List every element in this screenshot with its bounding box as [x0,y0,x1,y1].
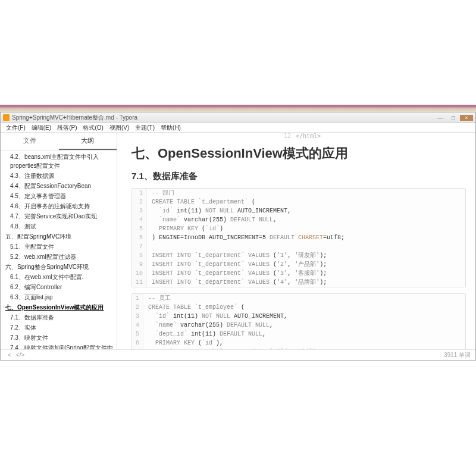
minimize-button[interactable]: — [434,114,447,121]
code-line[interactable]: `id` int(11) NOT NULL AUTO_INCREMENT, [143,312,475,321]
code-block-2[interactable]: 1-- 员工2CREATE TABLE `t_employee` (3 `id`… [131,293,466,349]
word-count[interactable]: 3911 单词 [444,351,471,359]
line-number: 4 [132,215,147,224]
code-line[interactable]: PRIMARY KEY (`id`) [147,224,465,233]
outline-item[interactable]: 7.2、实体 [1,322,117,333]
tab-outline[interactable]: 大纲 [59,133,117,150]
code-line[interactable]: -- 部门 [147,189,465,198]
statusbar: < </> 3911 单词 [1,349,475,360]
outline-item[interactable]: 4.3、注册数据源 [1,171,117,181]
maximize-button[interactable]: □ [447,114,460,121]
line-number: 7 [132,347,143,349]
line-number: 7 [132,242,147,251]
line-number: 6 [132,339,143,347]
outline-item[interactable]: 7.4、映射文件添加到Spring配置文件中 [1,343,117,349]
code-line[interactable]: PRIMARY KEY (`id`), [143,339,475,347]
menu-item[interactable]: 段落(P) [54,124,80,132]
line-number: 5 [132,330,143,339]
line-number: 8 [132,251,147,260]
outline-item[interactable]: 4.4、配置SessionFactoryBean [1,181,117,191]
code-block-1[interactable]: 1-- 部门2CREATE TABLE `t_department` (3 `i… [131,188,466,287]
line-number: 11 [132,278,147,287]
app-icon [3,114,10,121]
code-line[interactable]: INSERT INTO `t_department` VALUES ('3', … [147,269,465,278]
line-number: 3 [132,206,147,215]
code-line[interactable]: -- 员工 [143,294,475,303]
sidebar: 文件 大纲 4.2、beans.xml主配置文件中引入properties配置文… [1,133,117,349]
code-line[interactable]: `dept_id` int(11) DEFAULT NULL, [143,330,475,339]
outline-item[interactable]: 4.2、beans.xml主配置文件中引入properties配置文件 [1,152,117,171]
line-number: 1 [132,294,143,303]
code-line[interactable]: ) ENGINE=InnoDB AUTO_INCREMENT=5 DEFAULT… [147,233,465,242]
window-title: Spring+SpringMVC+Hibernate整合.md - Typora [12,114,137,122]
editor-content[interactable]: 12</html> 七、OpenSessionInView模式的应用 7.1、数… [117,133,475,349]
outline-item[interactable]: 5.2、web.xml配置过滤器 [1,252,117,262]
titlebar[interactable]: Spring+SpringMVC+Hibernate整合.md - Typora… [1,112,475,123]
line-number: 6 [132,233,147,242]
line-number: 2 [132,198,147,206]
line-number: 1 [132,189,147,198]
code-line[interactable]: INSERT INTO `t_department` VALUES ('2', … [147,260,465,269]
sidebar-toggle-icon[interactable]: < [5,352,14,358]
line-number: 5 [132,224,147,233]
line-number: 3 [132,312,143,321]
menu-item[interactable]: 帮助(H) [158,124,184,132]
line-number: 4 [132,321,143,330]
tab-files[interactable]: 文件 [1,133,59,150]
outline-item[interactable]: 7.3、映射文件 [1,333,117,343]
code-line[interactable]: `id` int(11) NOT NULL AUTO_INCREMENT, [147,206,465,215]
code-line[interactable]: CREATE TABLE `t_department` ( [147,198,465,206]
code-line[interactable]: CREATE TABLE `t_employee` ( [143,303,475,312]
menu-item[interactable]: 编辑(E) [29,124,54,132]
outline-item[interactable]: 4.7、完善Service实现和Dao实现 [1,211,117,221]
code-line[interactable] [147,242,465,251]
menu-item[interactable]: 格式(O) [80,124,106,132]
code-line[interactable]: `name` varchar(255) DEFAULT NULL, [143,321,475,330]
app-window: Spring+SpringMVC+Hibernate整合.md - Typora… [0,112,476,361]
code-line[interactable]: KEY `FKsicn3gwxtbil4s3mrrpnd4j08` (`dept… [143,347,475,349]
menu-item[interactable]: 文件(F) [3,124,29,132]
code-line[interactable]: INSERT INTO `t_department` VALUES ('1', … [147,251,465,260]
line-number: 10 [132,269,147,278]
outline-item[interactable]: 七、OpenSessionInView模式的应用 [1,302,117,312]
outline-item[interactable]: 4.6、开启事务的注解驱动支持 [1,201,117,211]
menu-item[interactable]: 视图(V) [107,124,132,132]
code-line[interactable]: INSERT INTO `t_department` VALUES ('4', … [147,278,465,287]
outline-item[interactable]: 六、Spring整合SpringMVC环境 [1,262,117,272]
outline-item[interactable]: 4.8、测试 [1,221,117,231]
heading-2[interactable]: 7.1、数据库准备 [131,171,466,182]
line-number: 2 [132,303,143,312]
outline-item[interactable]: 五、配置SpringMVC环境 [1,231,117,242]
outline-item[interactable]: 6.2、编写Controller [1,282,117,292]
outline-item[interactable]: 6.1、在web.xml文件中配置. [1,272,117,282]
outline-item[interactable]: 5.1、主配置文件 [1,242,117,252]
heading-1[interactable]: 七、OpenSessionInView模式的应用 [131,145,466,162]
source-mode-icon[interactable]: </> [14,352,27,358]
menu-item[interactable]: 主题(T) [132,124,158,132]
close-button[interactable]: × [460,115,473,121]
outline-item[interactable]: 6.3、页面list.jsp [1,292,117,302]
sidebar-tabs: 文件 大纲 [1,133,117,151]
outline-tree[interactable]: 4.2、beans.xml主配置文件中引入properties配置文件4.3、注… [1,151,117,349]
prev-code-tail: 12</html> [284,133,321,139]
code-line[interactable]: `name` varchar(255) DEFAULT NULL, [147,215,465,224]
menubar: 文件(F)编辑(E)段落(P)格式(O)视图(V)主题(T)帮助(H) [1,123,475,133]
line-number: 9 [132,260,147,269]
outline-item[interactable]: 7.1、数据库准备 [1,312,117,322]
outline-item[interactable]: 4.5、定义事务管理器 [1,191,117,201]
